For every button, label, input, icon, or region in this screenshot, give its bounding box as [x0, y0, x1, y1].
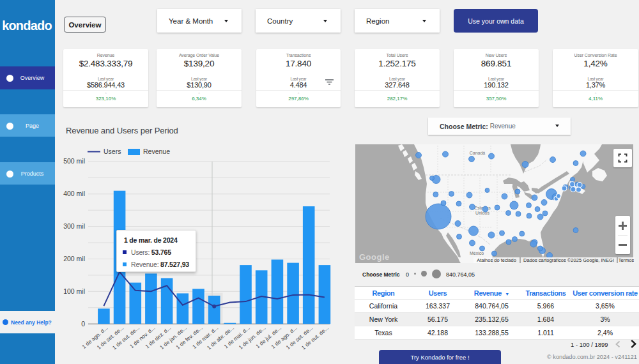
svg-text:Users: Users [104, 148, 121, 155]
svg-text:Revenue: Revenue [143, 148, 170, 155]
svg-text:Unidos: Unidos [475, 211, 489, 215]
svg-text:100 mil: 100 mil [63, 287, 85, 295]
svg-text:México: México [470, 251, 484, 255]
svg-text:500 mil: 500 mil [63, 157, 85, 165]
svg-text:0: 0 [81, 320, 85, 328]
svg-text:200 mil: 200 mil [63, 255, 85, 262]
svg-text:Canadá: Canadá [470, 151, 486, 155]
svg-text:400 mil: 400 mil [63, 190, 85, 197]
svg-text:300 mil: 300 mil [63, 222, 85, 230]
